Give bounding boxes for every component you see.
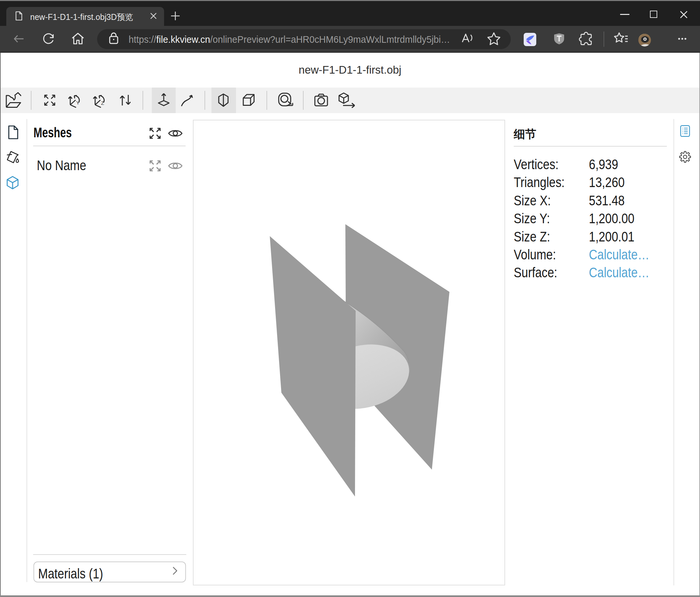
svg-text:Z: Z — [101, 100, 104, 106]
svg-text:Y: Y — [76, 100, 79, 105]
